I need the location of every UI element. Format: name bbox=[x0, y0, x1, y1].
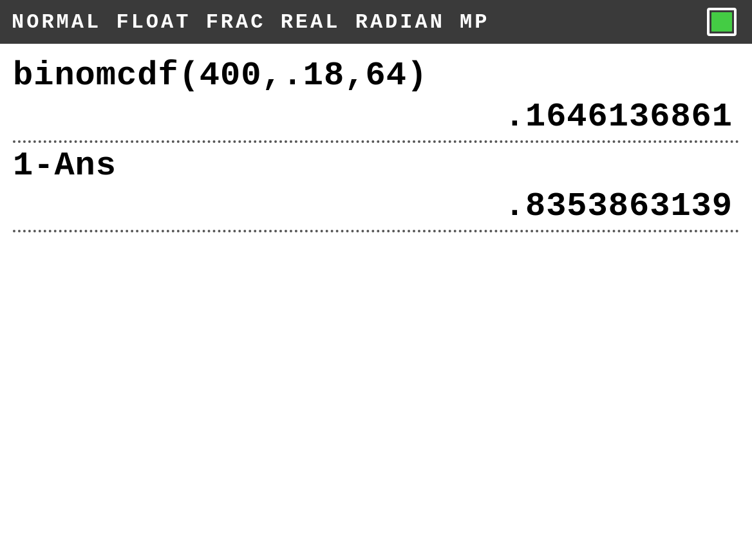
expression-1: binomcdf(400,.18,64) bbox=[13, 57, 739, 95]
battery-fill bbox=[711, 12, 732, 32]
battery-body bbox=[707, 8, 737, 36]
divider-1 bbox=[13, 140, 739, 143]
battery-icon bbox=[707, 8, 740, 36]
calculation-block-1: binomcdf(400,.18,64) .1646136861 bbox=[13, 57, 739, 136]
battery-tip bbox=[735, 16, 737, 28]
divider-2 bbox=[13, 230, 739, 232]
status-bar: NORMAL FLOAT FRAC REAL RADIAN MP bbox=[0, 0, 752, 44]
empty-area bbox=[13, 236, 739, 560]
status-text: NORMAL FLOAT FRAC REAL RADIAN MP bbox=[12, 10, 707, 34]
main-content: binomcdf(400,.18,64) .1646136861 1-Ans .… bbox=[0, 44, 752, 560]
expression-2: 1-Ans bbox=[13, 147, 739, 185]
calculation-block-2: 1-Ans .8353863139 bbox=[13, 147, 739, 227]
result-2: .8353863139 bbox=[13, 187, 739, 226]
result-1: .1646136861 bbox=[13, 98, 739, 136]
calculator-screen: NORMAL FLOAT FRAC REAL RADIAN MP binomcd… bbox=[0, 0, 752, 560]
